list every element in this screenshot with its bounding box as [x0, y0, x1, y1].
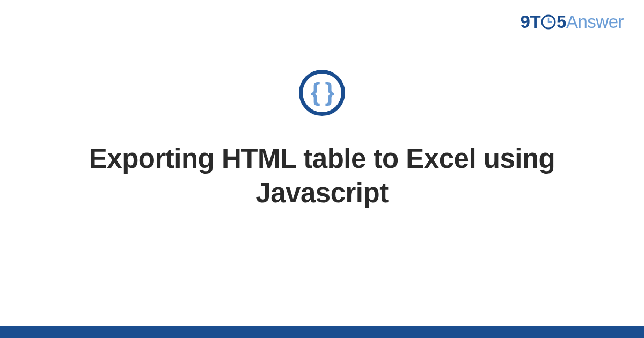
logo-text-answer: Answer — [566, 12, 624, 32]
category-icon-circle: { } — [299, 70, 345, 116]
code-braces-icon: { } — [311, 79, 334, 104]
page-title: Exporting HTML table to Excel using Java… — [67, 142, 577, 210]
footer-accent-bar — [0, 326, 644, 338]
site-logo: 9T 5 Answer — [521, 12, 624, 32]
clock-icon — [541, 14, 556, 30]
logo-text-9t: 9T — [521, 12, 541, 32]
logo-text-5: 5 — [557, 12, 566, 32]
main-content: { } Exporting HTML table to Excel using … — [0, 70, 644, 210]
